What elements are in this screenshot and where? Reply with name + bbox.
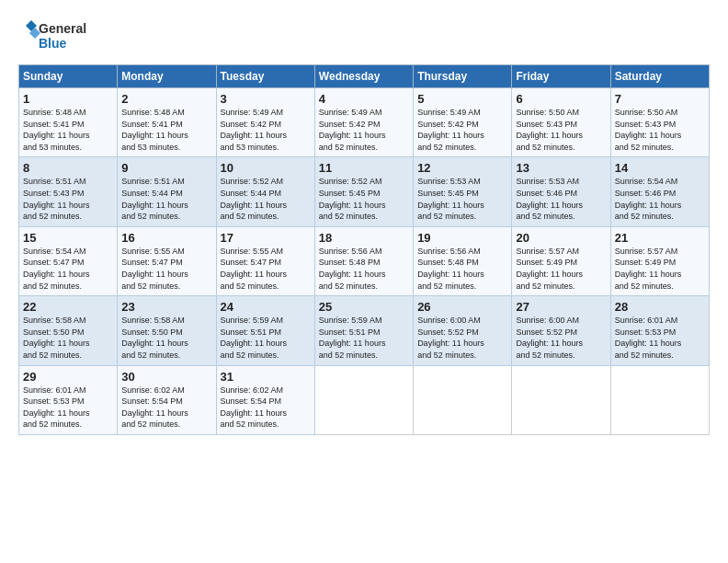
day-info: Sunrise: 5:48 AMSunset: 5:41 PMDaylight:… bbox=[23, 107, 113, 153]
day-info: Sunrise: 5:55 AMSunset: 5:47 PMDaylight:… bbox=[121, 246, 211, 292]
day-info: Sunrise: 5:50 AMSunset: 5:43 PMDaylight:… bbox=[516, 107, 606, 153]
svg-text:Blue: Blue bbox=[39, 36, 67, 51]
day-info: Sunrise: 6:00 AMSunset: 5:52 PMDaylight:… bbox=[516, 315, 606, 361]
day-number: 30 bbox=[121, 370, 211, 384]
day-info: Sunrise: 5:49 AMSunset: 5:42 PMDaylight:… bbox=[221, 107, 311, 153]
day-info: Sunrise: 5:50 AMSunset: 5:43 PMDaylight:… bbox=[615, 107, 705, 153]
calendar-cell: 25Sunrise: 5:59 AMSunset: 5:51 PMDayligh… bbox=[314, 296, 413, 365]
day-number: 15 bbox=[23, 231, 113, 245]
calendar-cell: 29Sunrise: 6:01 AMSunset: 5:53 PMDayligh… bbox=[19, 365, 118, 434]
day-info: Sunrise: 6:01 AMSunset: 5:53 PMDaylight:… bbox=[615, 315, 705, 361]
day-number: 4 bbox=[319, 92, 409, 106]
calendar-cell: 28Sunrise: 6:01 AMSunset: 5:53 PMDayligh… bbox=[610, 296, 709, 365]
day-info: Sunrise: 5:48 AMSunset: 5:41 PMDaylight:… bbox=[121, 107, 211, 153]
calendar-cell: 24Sunrise: 5:59 AMSunset: 5:51 PMDayligh… bbox=[216, 296, 314, 365]
calendar-cell: 21Sunrise: 5:57 AMSunset: 5:49 PMDayligh… bbox=[610, 226, 709, 295]
day-info: Sunrise: 5:49 AMSunset: 5:42 PMDaylight:… bbox=[319, 107, 409, 153]
day-number: 24 bbox=[221, 300, 311, 314]
page: General Blue SundayMondayTuesdayWednesda… bbox=[0, 0, 728, 563]
day-info: Sunrise: 6:01 AMSunset: 5:53 PMDaylight:… bbox=[23, 385, 113, 431]
day-number: 11 bbox=[319, 161, 409, 175]
day-number: 25 bbox=[319, 300, 409, 314]
calendar-cell: 30Sunrise: 6:02 AMSunset: 5:54 PMDayligh… bbox=[118, 365, 216, 434]
day-info: Sunrise: 6:00 AMSunset: 5:52 PMDaylight:… bbox=[417, 315, 507, 361]
col-header-thursday: Thursday bbox=[414, 65, 512, 88]
day-info: Sunrise: 5:54 AMSunset: 5:47 PMDaylight:… bbox=[23, 246, 113, 292]
day-info: Sunrise: 5:52 AMSunset: 5:44 PMDaylight:… bbox=[221, 176, 311, 222]
calendar-cell: 5Sunrise: 5:49 AMSunset: 5:42 PMDaylight… bbox=[414, 88, 512, 157]
col-header-wednesday: Wednesday bbox=[314, 65, 413, 88]
calendar-cell: 10Sunrise: 5:52 AMSunset: 5:44 PMDayligh… bbox=[216, 157, 314, 226]
calendar-cell: 1Sunrise: 5:48 AMSunset: 5:41 PMDaylight… bbox=[19, 88, 118, 157]
calendar-cell: 8Sunrise: 5:51 AMSunset: 5:43 PMDaylight… bbox=[19, 157, 118, 226]
calendar-cell: 3Sunrise: 5:49 AMSunset: 5:42 PMDaylight… bbox=[216, 88, 314, 157]
calendar-cell: 31Sunrise: 6:02 AMSunset: 5:54 PMDayligh… bbox=[216, 365, 314, 434]
logo-container: General Blue bbox=[18, 17, 101, 55]
svg-text:General: General bbox=[39, 21, 86, 36]
day-number: 2 bbox=[121, 92, 211, 106]
day-info: Sunrise: 5:57 AMSunset: 5:49 PMDaylight:… bbox=[615, 246, 705, 292]
day-info: Sunrise: 5:51 AMSunset: 5:43 PMDaylight:… bbox=[23, 176, 113, 222]
calendar-cell: 27Sunrise: 6:00 AMSunset: 5:52 PMDayligh… bbox=[512, 296, 610, 365]
calendar-cell: 12Sunrise: 5:53 AMSunset: 5:45 PMDayligh… bbox=[414, 157, 512, 226]
day-number: 17 bbox=[221, 231, 311, 245]
day-info: Sunrise: 5:59 AMSunset: 5:51 PMDaylight:… bbox=[221, 315, 311, 361]
day-info: Sunrise: 5:53 AMSunset: 5:45 PMDaylight:… bbox=[417, 176, 507, 222]
day-number: 5 bbox=[417, 92, 507, 106]
day-number: 28 bbox=[615, 300, 705, 314]
calendar-cell: 17Sunrise: 5:55 AMSunset: 5:47 PMDayligh… bbox=[216, 226, 314, 295]
col-header-monday: Monday bbox=[118, 65, 216, 88]
calendar-cell: 19Sunrise: 5:56 AMSunset: 5:48 PMDayligh… bbox=[414, 226, 512, 295]
day-info: Sunrise: 5:52 AMSunset: 5:45 PMDaylight:… bbox=[319, 176, 409, 222]
generalblue-logo: General Blue bbox=[18, 17, 101, 55]
day-number: 23 bbox=[121, 300, 211, 314]
calendar-cell: 15Sunrise: 5:54 AMSunset: 5:47 PMDayligh… bbox=[19, 226, 118, 295]
day-info: Sunrise: 5:54 AMSunset: 5:46 PMDaylight:… bbox=[615, 176, 705, 222]
day-number: 20 bbox=[516, 231, 606, 245]
calendar-cell bbox=[414, 365, 512, 434]
day-info: Sunrise: 5:55 AMSunset: 5:47 PMDaylight:… bbox=[221, 246, 311, 292]
day-number: 7 bbox=[615, 92, 705, 106]
col-header-friday: Friday bbox=[512, 65, 610, 88]
calendar-cell: 18Sunrise: 5:56 AMSunset: 5:48 PMDayligh… bbox=[314, 226, 413, 295]
calendar-cell: 22Sunrise: 5:58 AMSunset: 5:50 PMDayligh… bbox=[19, 296, 118, 365]
day-info: Sunrise: 5:49 AMSunset: 5:42 PMDaylight:… bbox=[417, 107, 507, 153]
calendar-table: SundayMondayTuesdayWednesdayThursdayFrid… bbox=[18, 64, 710, 435]
calendar-cell: 26Sunrise: 6:00 AMSunset: 5:52 PMDayligh… bbox=[414, 296, 512, 365]
day-number: 19 bbox=[417, 231, 507, 245]
col-header-tuesday: Tuesday bbox=[216, 65, 314, 88]
calendar-cell: 20Sunrise: 5:57 AMSunset: 5:49 PMDayligh… bbox=[512, 226, 610, 295]
day-number: 13 bbox=[516, 161, 606, 175]
header: General Blue bbox=[18, 17, 710, 55]
day-number: 8 bbox=[23, 161, 113, 175]
calendar-cell bbox=[314, 365, 413, 434]
day-info: Sunrise: 5:51 AMSunset: 5:44 PMDaylight:… bbox=[121, 176, 211, 222]
day-info: Sunrise: 5:59 AMSunset: 5:51 PMDaylight:… bbox=[319, 315, 409, 361]
day-info: Sunrise: 5:58 AMSunset: 5:50 PMDaylight:… bbox=[121, 315, 211, 361]
day-number: 21 bbox=[615, 231, 705, 245]
day-number: 29 bbox=[23, 370, 113, 384]
calendar-cell: 13Sunrise: 5:53 AMSunset: 5:46 PMDayligh… bbox=[512, 157, 610, 226]
calendar-cell: 23Sunrise: 5:58 AMSunset: 5:50 PMDayligh… bbox=[118, 296, 216, 365]
day-number: 16 bbox=[121, 231, 211, 245]
day-number: 1 bbox=[23, 92, 113, 106]
day-number: 12 bbox=[417, 161, 507, 175]
day-number: 14 bbox=[615, 161, 705, 175]
day-info: Sunrise: 5:56 AMSunset: 5:48 PMDaylight:… bbox=[417, 246, 507, 292]
day-info: Sunrise: 5:53 AMSunset: 5:46 PMDaylight:… bbox=[516, 176, 606, 222]
calendar-cell bbox=[610, 365, 709, 434]
calendar-cell bbox=[512, 365, 610, 434]
col-header-saturday: Saturday bbox=[610, 65, 709, 88]
day-number: 31 bbox=[221, 370, 311, 384]
day-number: 9 bbox=[121, 161, 211, 175]
logo: General Blue bbox=[18, 17, 101, 55]
col-header-sunday: Sunday bbox=[19, 65, 118, 88]
day-number: 10 bbox=[221, 161, 311, 175]
calendar-cell: 9Sunrise: 5:51 AMSunset: 5:44 PMDaylight… bbox=[118, 157, 216, 226]
day-number: 18 bbox=[319, 231, 409, 245]
day-number: 22 bbox=[23, 300, 113, 314]
calendar-cell: 2Sunrise: 5:48 AMSunset: 5:41 PMDaylight… bbox=[118, 88, 216, 157]
day-info: Sunrise: 6:02 AMSunset: 5:54 PMDaylight:… bbox=[121, 385, 211, 431]
calendar-cell: 4Sunrise: 5:49 AMSunset: 5:42 PMDaylight… bbox=[314, 88, 413, 157]
day-info: Sunrise: 5:58 AMSunset: 5:50 PMDaylight:… bbox=[23, 315, 113, 361]
